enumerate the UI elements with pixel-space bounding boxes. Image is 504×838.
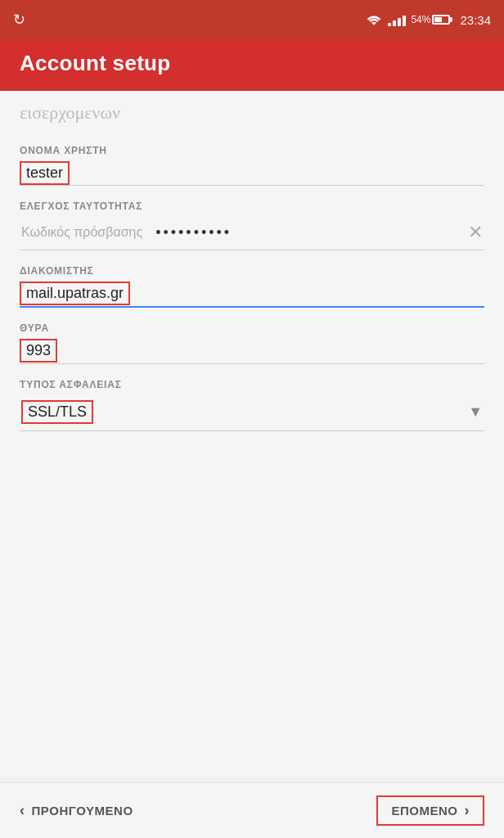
- refresh-icon: ↻: [13, 11, 25, 29]
- server-section: ΔΙΑΚΟΜΙΣΤΗΣ mail.upatras.gr: [20, 265, 484, 308]
- username-section: ΟΝΟΜΑ ΧΡΗΣΤΗ tester: [20, 145, 484, 186]
- port-section: ΘΥΡΑ 993: [20, 322, 484, 364]
- clear-password-icon[interactable]: ✕: [468, 222, 483, 243]
- security-label: ΤΥΠΟΣ ΑΣΦΑΛΕΙΑΣ: [20, 379, 484, 390]
- auth-placeholder: Κωδικός πρόσβασης: [21, 225, 142, 240]
- app-bar: Account setup: [0, 39, 504, 91]
- auth-label: ΕΛΕΓΧΟΣ ΤΑΥΤΟΤΗΤΑΣ: [20, 200, 484, 212]
- prev-label: ΠΡΟΗΓΟΥΜΕΝΟ: [32, 804, 133, 818]
- prev-arrow-icon: ‹: [20, 802, 25, 819]
- port-value: 993: [20, 339, 57, 363]
- port-field-wrapper: 993: [20, 339, 484, 364]
- status-time: 23:34: [460, 13, 491, 27]
- next-label: ΕΠΟΜΕΝΟ: [391, 804, 457, 818]
- battery-icon: 54%: [411, 14, 450, 25]
- auth-password-dots: ••••••••••: [155, 224, 468, 241]
- content-area: εισερχομενων ΟΝΟΜΑ ΧΡΗΣΤΗ tester ΕΛΕΓΧΟΣ…: [0, 91, 504, 777]
- page-title: Account setup: [20, 51, 484, 76]
- prev-button[interactable]: ‹ ΠΡΟΗΓΟΥΜΕΝΟ: [20, 802, 133, 819]
- next-button[interactable]: ΕΠΟΜΕΝΟ ›: [376, 795, 484, 826]
- security-value: SSL/TLS: [21, 400, 93, 424]
- bottom-nav: ‹ ΠΡΟΗΓΟΥΜΕΝΟ ΕΠΟΜΕΝΟ ›: [0, 782, 504, 838]
- security-dropdown[interactable]: SSL/TLS ▼: [20, 395, 484, 431]
- next-arrow-icon: ›: [465, 802, 470, 819]
- port-label: ΘΥΡΑ: [20, 322, 484, 334]
- status-bar: ↻ 54% 23:34: [0, 0, 504, 39]
- username-label: ΟΝΟΜΑ ΧΡΗΣΤΗ: [20, 145, 484, 156]
- username-field-wrapper: tester: [20, 161, 484, 186]
- status-icons: 54% 23:34: [365, 13, 491, 27]
- dropdown-arrow-icon: ▼: [468, 403, 483, 421]
- server-label: ΔΙΑΚΟΜΙΣΤΗΣ: [20, 265, 484, 277]
- server-field-wrapper: mail.upatras.gr: [20, 282, 484, 308]
- auth-section: ΕΛΕΓΧΟΣ ΤΑΥΤΟΤΗΤΑΣ Κωδικός πρόσβασης •••…: [20, 200, 484, 250]
- faded-incoming-text: εισερχομενων: [20, 91, 484, 138]
- security-section: ΤΥΠΟΣ ΑΣΦΑΛΕΙΑΣ SSL/TLS ▼: [20, 379, 484, 431]
- server-value: mail.upatras.gr: [20, 282, 130, 305]
- wifi-icon: [365, 13, 383, 26]
- username-value: tester: [20, 161, 70, 185]
- signal-icon: [388, 13, 406, 26]
- auth-row: Κωδικός πρόσβασης •••••••••• ✕: [20, 217, 484, 250]
- battery-percent: 54%: [411, 14, 430, 25]
